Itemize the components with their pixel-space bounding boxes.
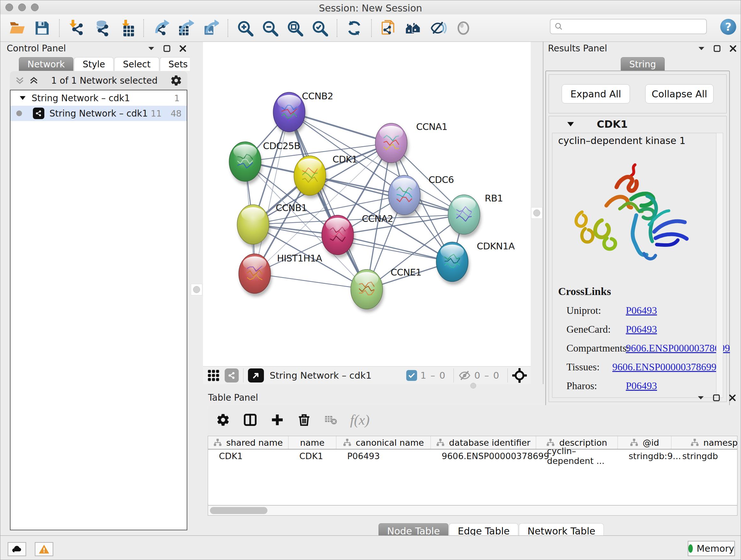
table-row[interactable]: CDK1CDK1P064939606.ENSP00000378699cyclin… — [208, 449, 737, 462]
network-row[interactable]: String Network – cdk1 11 48 — [10, 106, 187, 121]
table-options-gear-icon[interactable] — [216, 413, 230, 427]
zoom-out-button[interactable] — [259, 18, 280, 38]
birdseye-view-icon[interactable] — [248, 368, 264, 382]
network-node-hist1h1a[interactable] — [239, 254, 272, 297]
import-network-from-database-button[interactable] — [91, 18, 112, 38]
table-cell[interactable]: stringdb:9... — [618, 449, 671, 462]
close-panel-icon[interactable] — [729, 45, 737, 52]
right-splitter-handle[interactable] — [531, 207, 542, 219]
string-home-button[interactable] — [403, 18, 424, 38]
zoom-selected-button[interactable] — [309, 18, 330, 38]
cell-value: P06493 — [347, 451, 380, 461]
left-splitter[interactable] — [190, 42, 203, 384]
zoom-in-button[interactable] — [234, 18, 256, 38]
export-network-button[interactable] — [150, 18, 172, 38]
table-panel: Table Panel f(x) shared namenamecanonica… — [203, 388, 741, 536]
table-header-row: shared namenamecanonical namedatabase id… — [208, 436, 737, 449]
collapse-all-networks-icon[interactable] — [15, 75, 24, 85]
collapse-all-button[interactable]: Collapse All — [645, 84, 714, 104]
search-input[interactable] — [566, 21, 706, 32]
gene-description: cyclin–dependent kinase 1 — [558, 135, 717, 146]
memory-button[interactable]: Memory — [688, 541, 735, 556]
crosslink-link[interactable]: P06493 — [626, 323, 657, 335]
right-splitter[interactable] — [531, 42, 543, 384]
results-scrollbar[interactable] — [716, 133, 723, 398]
table-scrollbar-thumb[interactable] — [210, 507, 267, 514]
network-options-gear-icon[interactable] — [170, 74, 182, 86]
tab-network[interactable]: Network — [19, 57, 73, 71]
crosslink-link[interactable]: P06493 — [626, 305, 657, 316]
column-header-canonical-name[interactable]: canonical name — [336, 436, 431, 449]
export-image-button[interactable] — [200, 18, 221, 38]
network-collection-row[interactable]: String Network – cdk1 1 — [10, 90, 187, 106]
float-panel-icon[interactable] — [713, 394, 720, 401]
column-header-namespac[interactable]: namespac — [671, 436, 738, 449]
string-glass-effect-button[interactable] — [428, 18, 449, 38]
selected-nodes-checkbox[interactable] — [406, 370, 417, 381]
help-button[interactable]: ? — [720, 19, 736, 35]
refresh-network-button[interactable] — [344, 18, 365, 38]
network-style-icon[interactable] — [225, 368, 239, 382]
table-cell[interactable]: 9606.ENSP00000378699 — [431, 449, 536, 462]
collapse-panel-icon[interactable] — [698, 46, 705, 51]
close-panel-icon[interactable] — [179, 45, 187, 52]
gene-expander-icon[interactable] — [567, 122, 575, 127]
delete-column-icon[interactable] — [297, 413, 311, 427]
string-eye-button[interactable] — [453, 18, 474, 38]
fit-selected-crosshair-icon[interactable] — [512, 368, 527, 383]
export-table-button[interactable] — [175, 18, 196, 38]
table-cell[interactable]: cyclin–dependent ... — [536, 449, 618, 462]
network-node-ccne1[interactable] — [351, 269, 384, 312]
tab-style[interactable]: Style — [74, 57, 114, 71]
network-tree: String Network – cdk1 1 String Network –… — [10, 90, 187, 530]
network-node-cdkn1a[interactable] — [436, 242, 469, 285]
network-node-ccna2[interactable] — [322, 215, 355, 258]
column-label: database identifier — [449, 438, 530, 448]
hidden-elements-icon[interactable] — [458, 369, 471, 382]
tab-string[interactable]: String — [621, 57, 665, 71]
warning-status-button[interactable] — [35, 542, 53, 556]
tree-expander-icon[interactable] — [19, 96, 26, 100]
expand-all-button[interactable]: Expand All — [562, 84, 630, 104]
collapse-panel-icon[interactable] — [697, 395, 704, 400]
table-cell[interactable]: CDK1 — [208, 449, 288, 462]
network-node-ccnb1[interactable] — [237, 205, 270, 247]
column-header-database-identifier[interactable]: database identifier — [431, 436, 536, 449]
string-import-button[interactable] — [378, 18, 399, 38]
column-header-shared-name[interactable]: shared name — [208, 436, 288, 449]
grid-view-icon[interactable] — [207, 369, 220, 382]
import-network-from-file-button[interactable] — [66, 18, 87, 38]
collapse-panel-icon[interactable] — [148, 46, 155, 51]
table-cell[interactable]: CDK1 — [288, 449, 336, 462]
table-horizontal-scrollbar[interactable] — [208, 505, 738, 516]
network-node-cdk1[interactable] — [294, 156, 327, 199]
crosslink-link[interactable]: 9606.ENSP00000378699 — [626, 342, 730, 354]
network-node-ccnb2[interactable] — [273, 92, 307, 135]
float-panel-icon[interactable] — [163, 45, 171, 52]
cloud-status-button[interactable] — [8, 542, 26, 556]
left-splitter-handle[interactable] — [191, 284, 202, 295]
add-column-icon[interactable] — [270, 413, 284, 427]
open-session-button[interactable] — [7, 18, 28, 38]
network-selection-summary: 1 of 1 Network selected — [39, 75, 170, 86]
network-node-rb1[interactable] — [448, 195, 481, 238]
zoom-fit-content-button[interactable] — [284, 18, 306, 38]
column-header-name[interactable]: name — [288, 436, 336, 449]
crosslink-link[interactable]: 9606.ENSP00000378699 — [612, 361, 717, 373]
network-node-cdc6[interactable] — [388, 175, 421, 218]
network-node-ccna1[interactable] — [375, 123, 408, 166]
network-edge[interactable] — [255, 143, 391, 273]
expand-all-networks-icon[interactable] — [29, 75, 39, 85]
show-columns-icon[interactable] — [243, 413, 258, 427]
column-header--id[interactable]: @id — [618, 436, 671, 449]
main-toolbar-groups — [5, 14, 476, 42]
float-panel-icon[interactable] — [713, 45, 721, 52]
save-session-button[interactable] — [31, 18, 53, 38]
search-field[interactable] — [550, 19, 707, 34]
tab-select[interactable]: Select — [114, 57, 159, 71]
table-cell[interactable]: stringdb — [671, 449, 738, 462]
close-panel-icon[interactable] — [729, 394, 736, 401]
table-cell[interactable]: P06493 — [336, 449, 431, 462]
network-canvas[interactable]: CCNB2CCNA1CDC25BCDK1CDC6RB1CCNB1CCNA2CDK… — [203, 42, 531, 366]
import-table-from-file-button[interactable] — [116, 18, 137, 38]
